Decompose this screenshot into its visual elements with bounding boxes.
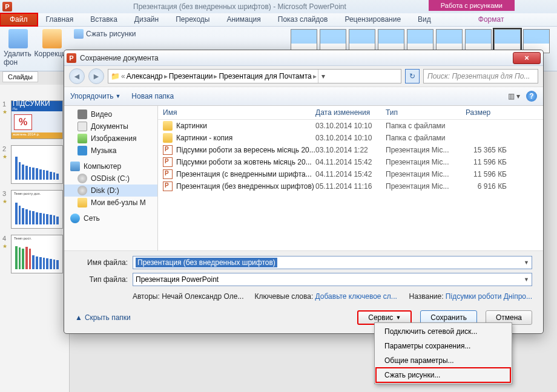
- file-row[interactable]: Підсумки роботи за жовтень місяць 20...0…: [158, 156, 543, 168]
- corrections-icon: [42, 29, 62, 48]
- video-icon: [77, 109, 87, 119]
- forward-button[interactable]: ►: [88, 68, 104, 84]
- corrections-button[interactable]: Коррекция: [38, 29, 67, 68]
- chevron-up-icon: ▲: [75, 313, 82, 322]
- tab-format[interactable]: Формат: [470, 13, 513, 26]
- contextual-tab[interactable]: Работа с рисунками: [429, 0, 515, 11]
- slide-4[interactable]: 4★ Темп рост.: [2, 235, 67, 273]
- close-button[interactable]: ×: [513, 52, 541, 64]
- col-date[interactable]: Дата изменения: [315, 108, 386, 117]
- authors-value[interactable]: Нечай Олександр Оле...: [162, 292, 243, 301]
- filename-section: Имя файла: Презентация (без внедренных ш…: [64, 250, 543, 304]
- disk-icon: [77, 174, 87, 183]
- col-name[interactable]: Имя: [163, 108, 315, 117]
- nav-network[interactable]: Сеть: [64, 212, 157, 224]
- menu-save-options[interactable]: Параметры сохранения...: [376, 339, 510, 353]
- animation-icon: ★: [2, 109, 8, 115]
- menu-general-options[interactable]: Общие параметры...: [376, 353, 510, 368]
- nav-myweb[interactable]: Мои веб-узлы M: [64, 197, 157, 209]
- app-title: Презентация (без внедренных шрифтов) - M…: [133, 2, 346, 11]
- tab-insert[interactable]: Вставка: [82, 13, 126, 26]
- pptx-icon: [163, 169, 173, 179]
- dialog-titlebar[interactable]: P Сохранение документа ×: [64, 50, 543, 66]
- navigation-pane[interactable]: Видео Документы Изображения Музыка Компь…: [64, 106, 158, 250]
- nav-documents[interactable]: Документы: [64, 120, 157, 132]
- file-row[interactable]: Картинки - копия03.10.2014 10:10Папка с …: [158, 132, 543, 144]
- compress-pictures-button[interactable]: Сжать рисунки: [74, 29, 136, 39]
- documents-icon: [77, 122, 87, 131]
- slide-3[interactable]: 3★ Темп росту дох.: [2, 190, 67, 229]
- filetype-select[interactable]: Презентация PowerPoint▼: [133, 273, 532, 286]
- pp-titlebar: P Презентация (без внедренных шрифтов) -…: [0, 0, 557, 13]
- folder-icon: [77, 198, 87, 207]
- computer-icon: [70, 162, 80, 171]
- folder-icon: [163, 121, 173, 131]
- tab-view[interactable]: Вид: [409, 13, 440, 26]
- pptx-icon: [163, 181, 173, 191]
- tools-menu: Подключить сетевой диск... Параметры сох…: [374, 322, 512, 384]
- crumb[interactable]: Презентации: [169, 72, 213, 80]
- dialog-toolbar: Упорядочить▼ Новая папка ▥ ▾ ?: [64, 87, 543, 106]
- nav-computer[interactable]: Компьютер: [64, 160, 157, 172]
- col-size[interactable]: Размер: [466, 108, 512, 117]
- tab-design[interactable]: Дизайн: [126, 13, 167, 26]
- menu-compress-pictures[interactable]: Сжать рисунки...: [376, 368, 510, 382]
- back-button[interactable]: ◄: [69, 68, 85, 84]
- hide-folders-button[interactable]: ▲Скрыть папки: [75, 313, 131, 322]
- tab-slideshow[interactable]: Показ слайдов: [269, 13, 337, 26]
- tab-review[interactable]: Рецензирование: [336, 13, 409, 26]
- keywords-value[interactable]: Добавьте ключевое сл...: [315, 292, 397, 301]
- ribbon-tabs: Файл Главная Вставка Дизайн Переходы Ани…: [0, 13, 557, 27]
- search-input[interactable]: Поиск: Презентация для По...: [423, 69, 538, 83]
- slide-1[interactable]: 1★ ПІДСУМКИПо % жовтень 2014 р.: [2, 100, 67, 139]
- powerpoint-icon: P: [67, 53, 76, 63]
- address-bar-row: ◄ ► 📁 « Александр▸ Презентации▸ Презента…: [64, 66, 543, 87]
- breadcrumb[interactable]: 📁 « Александр▸ Презентации▸ Презентация …: [108, 69, 401, 83]
- chevron-down-icon[interactable]: ▾: [318, 70, 329, 83]
- help-icon[interactable]: ?: [526, 91, 537, 102]
- filename-label: Имя файла:: [75, 258, 133, 267]
- refresh-button[interactable]: ↻: [405, 69, 420, 83]
- images-icon: [77, 134, 87, 143]
- remove-background-button[interactable]: Удалить фон: [4, 29, 33, 68]
- slides-tab[interactable]: Слайды: [2, 71, 38, 82]
- slide-panel: 1★ ПІДСУМКИПо % жовтень 2014 р. 2★ 3★ Те…: [0, 85, 70, 392]
- pptx-icon: [163, 157, 173, 167]
- file-row[interactable]: Презентация (с внедренными шрифта...04.1…: [158, 168, 543, 180]
- folder-icon: [163, 133, 173, 143]
- nav-diskd[interactable]: Disk (D:): [64, 185, 157, 197]
- nav-music[interactable]: Музыка: [64, 145, 157, 157]
- tab-file[interactable]: Файл: [0, 13, 38, 26]
- nav-osdisk[interactable]: OSDisk (C:): [64, 172, 157, 185]
- menu-connect-drive[interactable]: Подключить сетевой диск...: [376, 324, 510, 339]
- column-headers[interactable]: Имя Дата изменения Тип Размер: [158, 106, 543, 120]
- dialog-title: Сохранение документа: [80, 54, 159, 62]
- network-icon: [70, 214, 80, 223]
- tab-animation[interactable]: Анимация: [218, 13, 269, 26]
- file-row[interactable]: Картинки03.10.2014 10:10Папка с файлами: [158, 120, 543, 132]
- slide-number: 1: [2, 100, 8, 108]
- tab-home[interactable]: Главная: [38, 13, 82, 26]
- new-folder-button[interactable]: Новая папка: [131, 92, 174, 100]
- crumb[interactable]: Александр: [127, 72, 163, 80]
- file-list: Имя Дата изменения Тип Размер Картинки03…: [158, 106, 543, 250]
- view-button[interactable]: ▥ ▾: [508, 92, 520, 100]
- folder-icon: 📁: [111, 72, 120, 80]
- nav-images[interactable]: Изображения: [64, 132, 157, 145]
- nav-video[interactable]: Видео: [64, 108, 157, 120]
- remove-background-icon: [8, 29, 28, 48]
- title-value[interactable]: Підсумки роботи Дніпро...: [446, 292, 532, 301]
- compress-icon: [74, 29, 84, 39]
- file-row[interactable]: Презентация (без внедренных шрифтов)05.1…: [158, 180, 543, 192]
- filename-input[interactable]: Презентация (без внедренных шрифтов)▼: [133, 256, 532, 269]
- filetype-label: Тип файла:: [75, 275, 133, 284]
- col-type[interactable]: Тип: [386, 108, 466, 117]
- file-row[interactable]: Підсумки роботи за вересень місяць 20...…: [158, 144, 543, 156]
- pptx-icon: [163, 145, 173, 155]
- music-icon: [77, 146, 87, 155]
- organize-button[interactable]: Упорядочить▼: [70, 92, 120, 100]
- slide-2[interactable]: 2★: [2, 145, 67, 184]
- tab-transitions[interactable]: Переходы: [167, 13, 218, 26]
- powerpoint-icon: P: [2, 2, 12, 11]
- crumb[interactable]: Презентация для Почтамта: [219, 72, 311, 80]
